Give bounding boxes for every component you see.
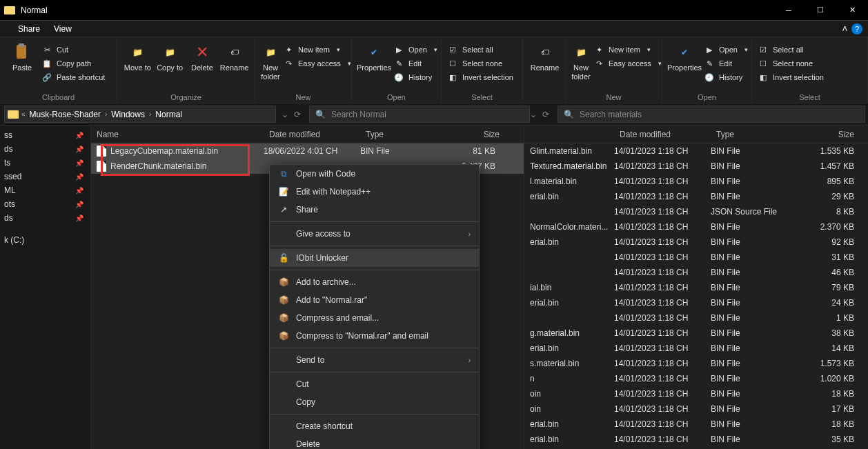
quick-access-item[interactable]: ss📌 — [0, 128, 90, 142]
copy-to-button[interactable]: 📁Copy to — [155, 40, 185, 72]
breadcrumb[interactable]: « Musk-Rose-Shader › Windows › Normal — [4, 106, 276, 123]
ctx-iobit-unlocker[interactable]: 🔓IObit Unlocker — [270, 249, 479, 267]
copy-path-button[interactable]: 📋Copy path — [41, 58, 105, 69]
table-row[interactable]: n14/01/2023 1:18 CHBIN File1.020 KB — [524, 371, 868, 386]
close-button[interactable]: ✕ — [836, 0, 868, 20]
history-button[interactable]: 🕘History — [393, 72, 437, 83]
breadcrumb-item[interactable]: Normal — [154, 110, 184, 119]
cut-button[interactable]: ✂Cut — [41, 44, 105, 55]
rename-button-r[interactable]: 🏷Rename — [530, 40, 560, 72]
col-type-r[interactable]: Type — [711, 130, 787, 139]
quick-access-item[interactable]: ts📌 — [0, 156, 90, 170]
table-row[interactable]: Textured.material.bin14/01/2023 1:18 CHB… — [524, 159, 868, 174]
table-row[interactable]: erial.bin14/01/2023 1:18 CHBIN File14 KB — [524, 341, 868, 356]
ctx-add-normal-rar[interactable]: 📦Add to "Normal.rar" — [270, 291, 479, 309]
col-date-r[interactable]: Date modified — [614, 130, 711, 139]
invert-selection-button-r[interactable]: ◧Invert selection — [758, 72, 824, 83]
breadcrumb-item[interactable]: Musk-Rose-Shader — [28, 110, 102, 119]
table-row[interactable]: 14/01/2023 1:18 CHBIN File46 KB — [524, 265, 868, 280]
move-to-button[interactable]: 📁Move to — [123, 40, 152, 72]
refresh-button[interactable]: ⟳ — [294, 110, 301, 119]
col-date[interactable]: Date modified — [264, 130, 360, 139]
new-folder-button-r[interactable]: 📁New folder — [571, 40, 591, 81]
edit-button-r[interactable]: ✎Edit — [704, 58, 748, 69]
easy-access-button-r[interactable]: ↷Easy access▾ — [593, 58, 662, 69]
properties-button[interactable]: ✔Properties — [357, 40, 391, 72]
table-row[interactable]: s.material.bin14/01/2023 1:18 CHBIN File… — [524, 356, 868, 371]
ribbon-collapse-button[interactable]: ᐱ — [842, 25, 847, 32]
delete-button[interactable]: ✕Delete — [188, 40, 217, 72]
quick-access-item[interactable]: ssed📌 — [0, 170, 90, 183]
edit-button[interactable]: ✎Edit — [393, 58, 437, 69]
search-input-left[interactable]: 🔍 Search Normal — [309, 106, 530, 123]
select-none-button[interactable]: ☐Select none — [447, 58, 513, 69]
col-name[interactable]: Name — [91, 130, 264, 139]
tab-view[interactable]: View — [54, 24, 72, 34]
ctx-copy[interactable]: Copy — [270, 393, 479, 411]
new-item-button[interactable]: ✦New item▾ — [283, 44, 351, 55]
properties-button-r[interactable]: ✔Properties — [668, 40, 701, 72]
ctx-cut[interactable]: Cut — [270, 375, 479, 393]
paste-shortcut-button[interactable]: 🔗Paste shortcut — [41, 72, 105, 83]
table-row[interactable]: 14/01/2023 1:18 CHBIN File31 KB — [524, 250, 868, 265]
quick-access-item[interactable]: ots📌 — [0, 197, 90, 211]
drive-item[interactable]: k (C:) — [0, 233, 90, 247]
table-row[interactable]: g.material.bin14/01/2023 1:18 CHBIN File… — [524, 326, 868, 341]
table-row[interactable]: LegacyCubemap.material.bin18/06/2022 4:0… — [91, 143, 524, 159]
new-item-button-r[interactable]: ✦New item▾ — [593, 44, 662, 55]
ctx-send-to[interactable]: Send to› — [270, 351, 479, 369]
table-row[interactable]: erial.bin14/01/2023 1:18 CHBIN File24 KB — [524, 295, 868, 310]
table-row[interactable]: NormalColor.materi...14/01/2023 1:18 CHB… — [524, 219, 868, 235]
ctx-create-shortcut[interactable]: Create shortcut — [270, 417, 479, 435]
breadcrumb-item[interactable]: Windows — [110, 110, 146, 119]
invert-selection-button[interactable]: ◧Invert selection — [447, 72, 513, 83]
col-size[interactable]: Size — [436, 130, 505, 139]
table-row[interactable]: erial.bin14/01/2023 1:18 CHBIN File18 KB — [524, 417, 868, 432]
col-type[interactable]: Type — [360, 130, 436, 139]
group-select-label: Select — [447, 92, 517, 101]
maximize-button[interactable]: ☐ — [805, 0, 836, 20]
ctx-delete[interactable]: Delete — [270, 435, 479, 449]
quick-access-item[interactable]: ds📌 — [0, 211, 90, 225]
open-button-r[interactable]: ▶Open▾ — [704, 44, 748, 55]
quick-access-item[interactable]: ds📌 — [0, 142, 90, 156]
table-row[interactable]: erial.bin14/01/2023 1:18 CHBIN File92 KB — [524, 235, 868, 250]
table-row[interactable]: Glint.material.bin14/01/2023 1:18 CHBIN … — [524, 143, 868, 159]
ctx-add-archive[interactable]: 📦Add to archive... — [270, 273, 479, 291]
refresh-button-r[interactable]: ⟳ — [542, 110, 549, 119]
history-button-r[interactable]: 🕘History — [704, 72, 748, 83]
ctx-compress-normal-email[interactable]: 📦Compress to "Normal.rar" and email — [270, 327, 479, 345]
help-button[interactable]: ? — [851, 23, 862, 34]
ctx-edit-npp[interactable]: 📝Edit with Notepad++ — [270, 183, 479, 201]
table-row[interactable]: 14/01/2023 1:18 CHBIN File1 KB — [524, 310, 868, 326]
open-button[interactable]: ▶Open▾ — [393, 44, 437, 55]
ctx-share[interactable]: ↗Share — [270, 201, 479, 219]
select-none-button-r[interactable]: ☐Select none — [758, 58, 824, 69]
tab-share[interactable]: Share — [18, 24, 40, 34]
search-input-right[interactable]: 🔍 Search materials — [558, 106, 865, 123]
chevron-icon[interactable]: « — [21, 110, 26, 118]
ctx-open-with-code[interactable]: ⧉Open with Code — [270, 165, 479, 183]
col-size-r[interactable]: Size — [787, 130, 868, 139]
table-row[interactable]: erial.bin14/01/2023 1:18 CHBIN File29 KB — [524, 189, 868, 204]
table-row[interactable]: l.material.bin14/01/2023 1:18 CHBIN File… — [524, 174, 868, 189]
history-dropdown[interactable]: ⌄ — [282, 110, 288, 119]
table-row[interactable]: oin14/01/2023 1:18 CHBIN File17 KB — [524, 401, 868, 417]
select-all-button[interactable]: ☑Select all — [447, 44, 513, 55]
select-all-button-r[interactable]: ☑Select all — [758, 44, 824, 55]
paste-button[interactable]: Paste — [6, 40, 39, 72]
easy-access-button[interactable]: ↷Easy access▾ — [283, 58, 351, 69]
quick-access-item[interactable]: ML📌 — [0, 183, 90, 197]
rename-button[interactable]: 🏷Rename — [219, 40, 249, 72]
ctx-give-access[interactable]: Give access to› — [270, 225, 479, 243]
table-row[interactable]: erial.bin14/01/2023 1:18 CHBIN File35 KB — [524, 432, 868, 447]
new-folder-button[interactable]: 📁New folder — [261, 40, 280, 81]
group-organize-label: Organize — [123, 92, 249, 101]
ctx-compress-email[interactable]: 📦Compress and email... — [270, 309, 479, 327]
pin-icon: 📌 — [75, 187, 83, 194]
table-row[interactable]: 14/01/2023 1:18 CHJSON Source File8 KB — [524, 204, 868, 219]
table-row[interactable]: oin14/01/2023 1:18 CHBIN File18 KB — [524, 386, 868, 401]
history-dropdown-r[interactable]: ⌄ — [530, 110, 537, 119]
minimize-button[interactable]: ─ — [773, 0, 805, 20]
table-row[interactable]: ial.bin14/01/2023 1:18 CHBIN File79 KB — [524, 280, 868, 295]
